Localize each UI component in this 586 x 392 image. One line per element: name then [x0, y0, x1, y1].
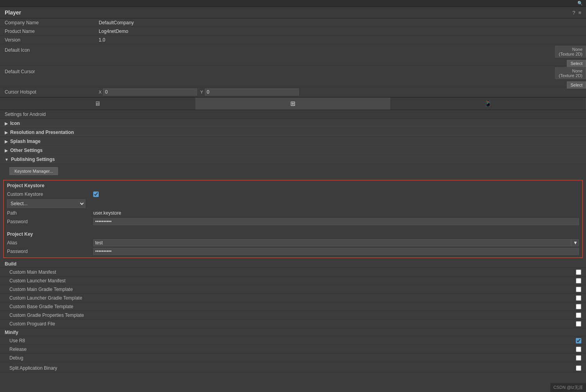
product-name-row: Product Name Log4netDemo	[0, 27, 586, 36]
default-cursor-texture: (Texture 2D)	[559, 73, 582, 78]
default-cursor-select-button[interactable]: Select	[567, 81, 586, 89]
custom-keystore-row: Custom Keystore	[4, 190, 582, 199]
minify-release-checkbox[interactable]	[576, 347, 581, 352]
keystore-select-dropdown[interactable]: Select...	[7, 199, 85, 208]
build-row-custom-base-gradle: Custom Base Gradle Template	[0, 302, 586, 311]
company-name-row: Company Name DefaultCompany	[0, 18, 586, 27]
alias-label: Alias	[7, 240, 93, 246]
build-custom-launcher-gradle-checkbox[interactable]	[576, 295, 581, 301]
tab-android[interactable]: 📱	[391, 98, 586, 110]
panel-header-icons: ? ≡	[572, 10, 581, 16]
tab-monitor[interactable]: 🖥	[0, 98, 195, 110]
split-binary-checkbox[interactable]	[576, 365, 581, 371]
cursor-hotspot-row: Cursor Hotspot X Y	[0, 87, 586, 97]
build-custom-gradle-properties-checkbox[interactable]	[576, 313, 581, 318]
default-cursor-panel: None (Texture 2D) Select	[555, 67, 586, 89]
alias-row: Alias ▼	[4, 238, 582, 247]
company-name-label: Company Name	[5, 20, 99, 25]
panel-title: Player	[5, 9, 21, 16]
minify-use-r8-checkbox[interactable]	[576, 338, 581, 343]
resolution-collapse-header[interactable]: ▶ Resolution and Presentation	[0, 128, 586, 137]
build-row-custom-launcher-gradle: Custom Launcher Gradle Template	[0, 294, 586, 302]
minify-debug-label: Debug	[9, 355, 576, 361]
hotspot-y-input[interactable]	[205, 89, 299, 96]
minify-release-row: Release	[0, 345, 586, 354]
hotspot-x-label: X	[99, 90, 101, 94]
key-password-input[interactable]	[93, 248, 579, 255]
help-icon[interactable]: ?	[572, 10, 575, 16]
tab-bar: 🖥 ⊞ 📱	[0, 97, 586, 110]
other-settings-collapse-label: Other Settings	[10, 148, 43, 153]
resolution-collapse-arrow: ▶	[5, 130, 8, 135]
keystore-manager-button[interactable]: Keystore Manager...	[9, 167, 58, 175]
default-icon-panel: None (Texture 2D) Select	[555, 46, 586, 67]
build-custom-proguard-checkbox[interactable]	[576, 321, 581, 327]
keystore-password-input[interactable]	[93, 218, 579, 225]
minify-use-r8-label: Use R8	[9, 338, 576, 343]
split-binary-label: Split Application Binary	[9, 365, 576, 371]
alias-input[interactable]	[93, 239, 571, 246]
default-icon-none: None	[559, 47, 582, 52]
splash-collapse-label: Splash Image	[10, 139, 40, 144]
keystore-select-row: Select...	[4, 199, 582, 209]
version-value: 1.0	[99, 37, 581, 43]
hotspot-x-input[interactable]	[103, 89, 197, 96]
build-custom-main-manifest-label: Custom Main Manifest	[9, 269, 576, 275]
resolution-collapse-label: Resolution and Presentation	[10, 130, 74, 135]
keystore-container: Project Keystore Custom Keystore Select.…	[3, 180, 583, 258]
build-custom-main-gradle-checkbox[interactable]	[576, 287, 581, 292]
version-label: Version	[5, 37, 99, 43]
build-custom-base-gradle-label: Custom Base Gradle Template	[9, 304, 576, 309]
hotspot-x-group: X	[99, 89, 197, 96]
default-icon-row: Default Icon None (Texture 2D) Select	[0, 44, 586, 66]
menu-icon[interactable]: ≡	[578, 10, 581, 16]
alias-dropdown-button[interactable]: ▼	[571, 239, 579, 246]
minify-release-label: Release	[9, 347, 576, 352]
search-icon[interactable]: 🔍	[577, 1, 583, 6]
icon-collapse-label: Icon	[10, 121, 20, 126]
default-icon-texture: (Texture 2D)	[559, 52, 582, 56]
build-custom-base-gradle-checkbox[interactable]	[576, 304, 581, 309]
minify-debug-checkbox[interactable]	[576, 355, 581, 361]
tab-grid[interactable]: ⊞	[195, 98, 391, 110]
build-row-custom-launcher-manifest: Custom Launcher Manifest	[0, 276, 586, 285]
build-row-custom-main-gradle: Custom Main Gradle Template	[0, 285, 586, 294]
publishing-settings-collapse-header[interactable]: ▼ Publishing Settings	[0, 155, 586, 164]
project-keystore-title: Project Keystore	[4, 182, 582, 190]
build-custom-gradle-properties-label: Custom Gradle Properties Template	[9, 313, 576, 318]
company-name-value: DefaultCompany	[99, 20, 581, 25]
settings-section-label: Settings for Android	[0, 110, 586, 119]
icon-collapse-header[interactable]: ▶ Icon	[0, 119, 586, 128]
other-settings-collapse-header[interactable]: ▶ Other Settings	[0, 146, 586, 155]
path-label: Path	[7, 210, 93, 216]
keystore-manager-area: Keystore Manager...	[0, 164, 586, 178]
build-custom-proguard-label: Custom Proguard File	[9, 321, 576, 327]
bottom-bar: CSDN @lz无涯	[550, 383, 586, 392]
hotspot-y-group: Y	[200, 89, 298, 96]
icon-collapse-arrow: ▶	[5, 121, 8, 126]
default-cursor-row: Default Cursor None (Texture 2D) Select	[0, 66, 586, 87]
product-name-label: Product Name	[5, 29, 99, 34]
splash-collapse-header[interactable]: ▶ Splash Image	[0, 137, 586, 146]
build-row-custom-gradle-properties: Custom Gradle Properties Template	[0, 311, 586, 320]
build-row-custom-main-manifest: Custom Main Manifest	[0, 268, 586, 276]
main-content: Company Name DefaultCompany Product Name…	[0, 18, 586, 392]
split-binary-row: Split Application Binary	[0, 364, 586, 372]
hotspot-y-label: Y	[200, 90, 203, 94]
path-row: Path user.keystore	[4, 209, 582, 217]
minify-use-r8-row: Use R8	[0, 336, 586, 345]
other-settings-collapse-arrow: ▶	[5, 148, 8, 153]
default-icon-label: Default Icon	[5, 46, 99, 53]
build-custom-launcher-gradle-label: Custom Launcher Gradle Template	[9, 295, 576, 301]
cursor-hotspot-inputs: X Y	[99, 89, 581, 96]
default-cursor-none: None	[559, 69, 582, 73]
version-row: Version 1.0	[0, 36, 586, 44]
build-custom-main-manifest-checkbox[interactable]	[576, 269, 581, 275]
custom-keystore-checkbox[interactable]	[93, 191, 99, 197]
default-cursor-label: Default Cursor	[5, 67, 99, 74]
path-value: user.keystore	[93, 210, 579, 216]
top-bar: 🔍	[0, 0, 586, 7]
keystore-password-row: Password	[4, 217, 582, 226]
publishing-collapse-arrow: ▼	[5, 157, 9, 162]
build-custom-launcher-manifest-checkbox[interactable]	[576, 278, 581, 284]
